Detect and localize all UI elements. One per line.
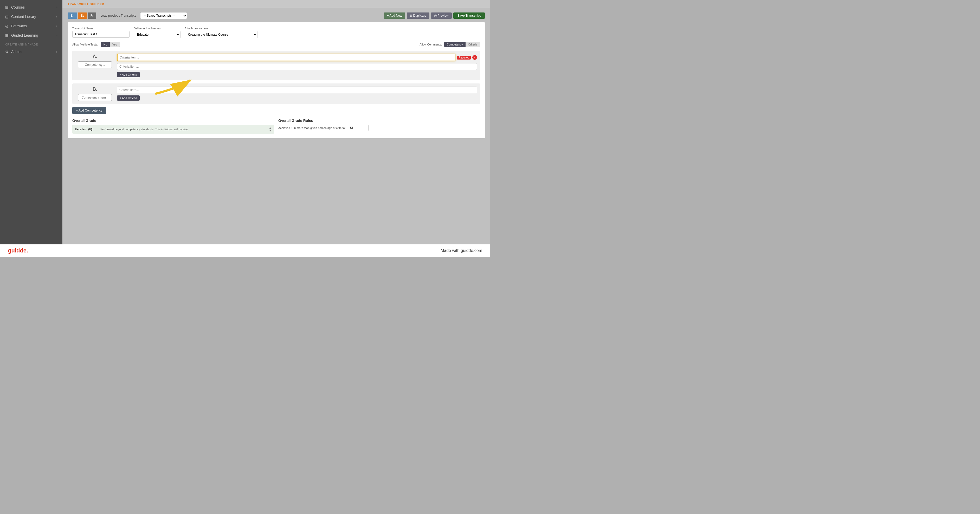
grade-excellent-label: Excellent (E): (75, 128, 98, 131)
chevron-right-icon: › (56, 50, 57, 53)
overall-grade: Overall Grade Excellent (E): Performed b… (72, 119, 274, 134)
overall-grade-title: Overall Grade (72, 119, 274, 123)
save-transcript-button[interactable]: Save Transcript (453, 13, 485, 19)
sidebar-item-content-library[interactable]: ▤ Content Library › (0, 12, 62, 21)
sidebar-item-label: Courses (11, 5, 25, 10)
sidebar-item-pathways[interactable]: ◎ Pathways › (0, 21, 62, 31)
transcript-name-input[interactable] (72, 31, 129, 38)
lang-en-button[interactable]: En (68, 13, 77, 19)
add-criteria-a-button[interactable]: + Add Criteria (117, 72, 140, 77)
sidebar-item-admin[interactable]: ⚙ Admin › (0, 47, 62, 56)
page-title: TRANSCRIPT BUILDER (68, 3, 104, 6)
chevron-right-icon: › (56, 15, 57, 18)
criteria-item-b1 (117, 87, 477, 94)
delete-criteria-a1-button[interactable]: ✕ (473, 55, 477, 60)
comments-toggle: Competency Criteria (444, 42, 480, 47)
chevron-right-icon: › (56, 24, 57, 27)
admin-icon: ⚙ (5, 50, 9, 54)
saved-transcripts-select[interactable]: -- Saved Transcripts -- (140, 12, 187, 19)
sidebar: ▤ Courses › ▤ Content Library › ◎ Pathwa… (0, 0, 62, 244)
chevron-right-icon: › (56, 6, 57, 9)
topbar: TRANSCRIPT BUILDER (62, 0, 490, 8)
deliverer-group: Deliverer Involvement Educator (134, 27, 180, 38)
competency-a-input[interactable] (78, 61, 112, 68)
sidebar-item-courses[interactable]: ▤ Courses › (0, 3, 62, 12)
footer-logo: guidde. (8, 247, 28, 254)
overall-rules-title: Overall Grade Rules (278, 119, 480, 123)
duplicate-button[interactable]: ⧉ Duplicate (407, 13, 429, 19)
criteria-a2-input[interactable] (117, 63, 477, 70)
allow-comments-label: Allow Comments: (420, 43, 442, 46)
competency-right-a: Required ✕ + Add Criteria (117, 54, 477, 77)
toggle-competency-button[interactable]: Competency (444, 42, 466, 47)
required-badge: Required (457, 56, 471, 60)
lang-es-button[interactable]: Es (78, 13, 87, 19)
rules-row: Achieved E in more than given percentage… (278, 125, 480, 131)
options-right: Allow Comments: Competency Criteria (420, 42, 480, 47)
criteria-item-a1: Required ✕ (117, 54, 477, 61)
form-top-row: Transcript Name Deliverer Involvement Ed… (72, 27, 480, 38)
multiple-tests-toggle: No Yes (101, 42, 120, 47)
competency-left-a: A. (75, 54, 115, 77)
toggle-no-button[interactable]: No (101, 42, 110, 47)
add-competency-button[interactable]: + Add Competency (72, 107, 106, 114)
footer-tagline: Made with guidde.com (441, 248, 482, 253)
sidebar-item-label: Guided Learning (11, 33, 38, 37)
content-panel: En Es Fr Load previous Transcripts -- Sa… (62, 8, 490, 143)
competency-left-b: B. (75, 87, 115, 101)
pathways-icon: ◎ (5, 24, 8, 28)
sidebar-item-label: Content Library (11, 14, 36, 19)
content-library-icon: ▤ (5, 14, 9, 19)
preview-button[interactable]: ◎ Preview (431, 13, 452, 19)
toggle-criteria-button[interactable]: Criteria (466, 42, 480, 47)
lang-fr-button[interactable]: Fr (88, 13, 96, 19)
overall-section: Overall Grade Excellent (E): Performed b… (72, 119, 480, 134)
sidebar-item-label: Pathways (11, 24, 27, 28)
sidebar-section-create: CREATE AND MANAGE (0, 40, 62, 47)
competency-letter-a: A. (92, 54, 97, 59)
attach-programme-select[interactable]: Creating the Ultimate Course (185, 31, 258, 38)
criteria-a1-input[interactable] (117, 54, 455, 61)
footer: guidde. Made with guidde.com (0, 244, 490, 257)
transcript-name-group: Transcript Name (72, 27, 129, 38)
criteria-item-a2 (117, 63, 477, 70)
add-new-button[interactable]: + Add New (384, 13, 405, 19)
add-criteria-b-button[interactable]: + Add Criteria (117, 95, 140, 101)
toggle-yes-button[interactable]: Yes (110, 42, 119, 47)
competency-b-input[interactable] (78, 94, 112, 101)
chevron-right-icon: › (56, 34, 57, 37)
deliverer-label: Deliverer Involvement (134, 27, 180, 30)
grade-row-excellent: Excellent (E): Performed beyond competen… (72, 125, 274, 134)
courses-icon: ▤ (5, 5, 9, 10)
allow-multiple-tests-label: Allow Multiple Tests: (72, 43, 98, 46)
competency-letter-b: B. (92, 87, 97, 92)
load-label: Load previous Transcripts (100, 14, 136, 17)
grade-arrows: ▲▼ (269, 126, 272, 132)
rules-value-input[interactable] (348, 125, 369, 131)
sidebar-item-label: Admin (11, 50, 22, 54)
competency-right-b: + Add Criteria (117, 87, 477, 101)
guided-learning-icon: ▤ (5, 33, 9, 37)
criteria-b1-input[interactable] (117, 87, 477, 94)
action-buttons: + Add New ⧉ Duplicate ◎ Preview Save Tra… (384, 13, 485, 19)
attach-programme-group: Attach programme Creating the Ultimate C… (185, 27, 258, 38)
options-row: Allow Multiple Tests: No Yes Allow Comme… (72, 42, 480, 47)
attach-label: Attach programme (185, 27, 258, 30)
options-left: Allow Multiple Tests: No Yes (72, 42, 120, 47)
deliverer-select[interactable]: Educator (134, 31, 180, 38)
rules-label: Achieved E in more than given percentage… (278, 126, 346, 130)
sidebar-item-guided-learning[interactable]: ▤ Guided Learning › (0, 31, 62, 40)
language-selector: En Es Fr (68, 13, 96, 19)
form-panel: Transcript Name Deliverer Involvement Ed… (68, 22, 485, 138)
overall-grade-rules: Overall Grade Rules Achieved E in more t… (278, 119, 480, 134)
lang-load-row: En Es Fr Load previous Transcripts -- Sa… (68, 12, 485, 19)
competency-section-b: B. + Add Criteria (72, 84, 480, 104)
competency-section-a: A. Required ✕ + Add Criteria (72, 51, 480, 80)
transcript-name-label: Transcript Name (72, 27, 129, 30)
grade-excellent-desc: Performed beyond competency standards. T… (100, 128, 267, 131)
main-content: TRANSCRIPT BUILDER En Es Fr Load previou… (62, 0, 490, 244)
